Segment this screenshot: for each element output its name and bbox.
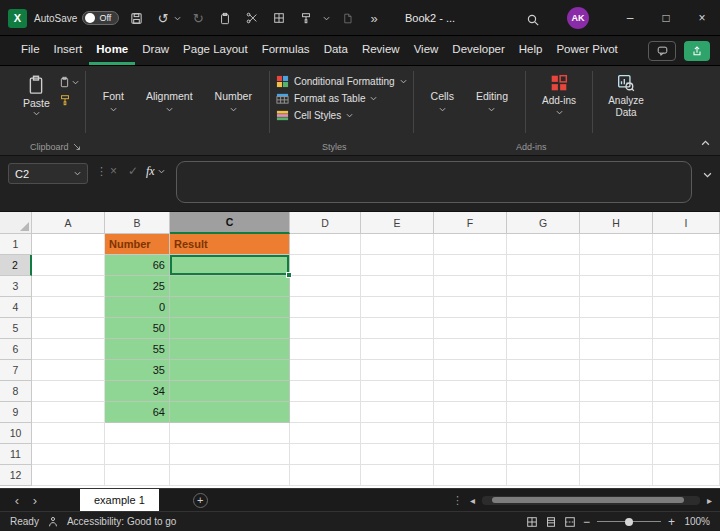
scroll-right-button[interactable]: ▸ — [707, 495, 712, 506]
cell-d10[interactable] — [290, 423, 361, 444]
accessibility-status[interactable]: Accessibility: Good to go — [67, 516, 177, 527]
analyze-data-button[interactable]: Analyze Data — [599, 70, 653, 122]
cell-i7[interactable] — [653, 360, 720, 381]
cell-e8[interactable] — [361, 381, 434, 402]
cell-d8[interactable] — [290, 381, 361, 402]
cell-g10[interactable] — [507, 423, 580, 444]
cell-d5[interactable] — [290, 318, 361, 339]
tab-insert[interactable]: Insert — [47, 36, 90, 65]
cell-g1[interactable] — [507, 234, 580, 255]
tab-data[interactable]: Data — [317, 36, 355, 65]
cell-b5[interactable]: 50 — [105, 318, 170, 339]
cell-b9[interactable]: 64 — [105, 402, 170, 423]
cell-e4[interactable] — [361, 297, 434, 318]
clipboard-dialog-launcher[interactable] — [73, 143, 81, 151]
tab-file[interactable]: File — [14, 36, 47, 65]
cell-c9[interactable] — [170, 402, 290, 423]
cell-h5[interactable] — [580, 318, 653, 339]
cell-g5[interactable] — [507, 318, 580, 339]
cell-c2[interactable] — [170, 255, 290, 276]
cell-f4[interactable] — [434, 297, 507, 318]
add-ins-button[interactable]: Add-ins — [532, 70, 586, 119]
new-document-button[interactable] — [337, 6, 357, 30]
cell-g2[interactable] — [507, 255, 580, 276]
cell-f2[interactable] — [434, 255, 507, 276]
cell-f12[interactable] — [434, 465, 507, 486]
column-header-f[interactable]: F — [434, 212, 507, 234]
cell-h4[interactable] — [580, 297, 653, 318]
cell-h9[interactable] — [580, 402, 653, 423]
expand-formula-bar-button[interactable] — [703, 166, 712, 181]
tab-developer[interactable]: Developer — [445, 36, 511, 65]
column-header-a[interactable]: A — [32, 212, 105, 234]
cell-b6[interactable]: 55 — [105, 339, 170, 360]
autosave-toggle[interactable]: AutoSave Off — [34, 11, 119, 25]
alignment-group-button[interactable]: Alignment — [135, 70, 204, 132]
cell-a1[interactable] — [32, 234, 105, 255]
cell-a8[interactable] — [32, 381, 105, 402]
cell-f10[interactable] — [434, 423, 507, 444]
cell-e7[interactable] — [361, 360, 434, 381]
close-button[interactable]: × — [684, 0, 720, 36]
tab-review[interactable]: Review — [355, 36, 407, 65]
excel-logo-icon[interactable]: X — [8, 9, 27, 28]
redo-button[interactable]: ↻ — [188, 6, 208, 30]
name-box[interactable]: C2 — [8, 163, 88, 184]
share-button[interactable] — [684, 41, 710, 61]
cell-b1[interactable]: Number — [105, 234, 170, 255]
cell-i6[interactable] — [653, 339, 720, 360]
cell-a12[interactable] — [32, 465, 105, 486]
cell-g7[interactable] — [507, 360, 580, 381]
next-sheet-button[interactable]: › — [26, 493, 44, 508]
cell-e11[interactable] — [361, 444, 434, 465]
cell-c5[interactable] — [170, 318, 290, 339]
cell-c7[interactable] — [170, 360, 290, 381]
cell-f5[interactable] — [434, 318, 507, 339]
horizontal-scrollbar-thumb[interactable] — [492, 497, 684, 503]
cell-b10[interactable] — [105, 423, 170, 444]
cell-b11[interactable] — [105, 444, 170, 465]
cell-c8[interactable] — [170, 381, 290, 402]
zoom-slider[interactable] — [597, 517, 661, 527]
cell-g8[interactable] — [507, 381, 580, 402]
cell-a9[interactable] — [32, 402, 105, 423]
paste-options-button[interactable] — [59, 76, 79, 88]
cell-g12[interactable] — [507, 465, 580, 486]
cell-a7[interactable] — [32, 360, 105, 381]
cell-a3[interactable] — [32, 276, 105, 297]
row-header-2[interactable]: 2 — [0, 255, 32, 276]
tab-view[interactable]: View — [407, 36, 446, 65]
cell-i9[interactable] — [653, 402, 720, 423]
cell-f7[interactable] — [434, 360, 507, 381]
cell-d1[interactable] — [290, 234, 361, 255]
borders-button[interactable] — [269, 6, 289, 30]
cell-i2[interactable] — [653, 255, 720, 276]
sheet-tab-example-1[interactable]: example 1 — [80, 489, 159, 511]
format-painter-button[interactable] — [296, 6, 316, 30]
cell-d4[interactable] — [290, 297, 361, 318]
row-header-1[interactable]: 1 — [0, 234, 32, 255]
cell-d11[interactable] — [290, 444, 361, 465]
cell-h12[interactable] — [580, 465, 653, 486]
cell-h7[interactable] — [580, 360, 653, 381]
cell-f11[interactable] — [434, 444, 507, 465]
font-group-button[interactable]: Font — [92, 70, 135, 132]
cell-i4[interactable] — [653, 297, 720, 318]
cell-a2[interactable] — [32, 255, 105, 276]
zoom-level[interactable]: 100% — [682, 516, 710, 527]
column-header-d[interactable]: D — [290, 212, 361, 234]
cell-f3[interactable] — [434, 276, 507, 297]
cell-h8[interactable] — [580, 381, 653, 402]
cell-f8[interactable] — [434, 381, 507, 402]
cell-f1[interactable] — [434, 234, 507, 255]
cell-c3[interactable] — [170, 276, 290, 297]
format-as-table-button[interactable]: Format as Table — [276, 92, 407, 105]
cell-g4[interactable] — [507, 297, 580, 318]
cell-a4[interactable] — [32, 297, 105, 318]
cell-c12[interactable] — [170, 465, 290, 486]
cell-e10[interactable] — [361, 423, 434, 444]
cell-i12[interactable] — [653, 465, 720, 486]
zoom-out-button[interactable]: − — [583, 515, 590, 529]
maximize-button[interactable]: □ — [648, 0, 684, 36]
cell-b7[interactable]: 35 — [105, 360, 170, 381]
